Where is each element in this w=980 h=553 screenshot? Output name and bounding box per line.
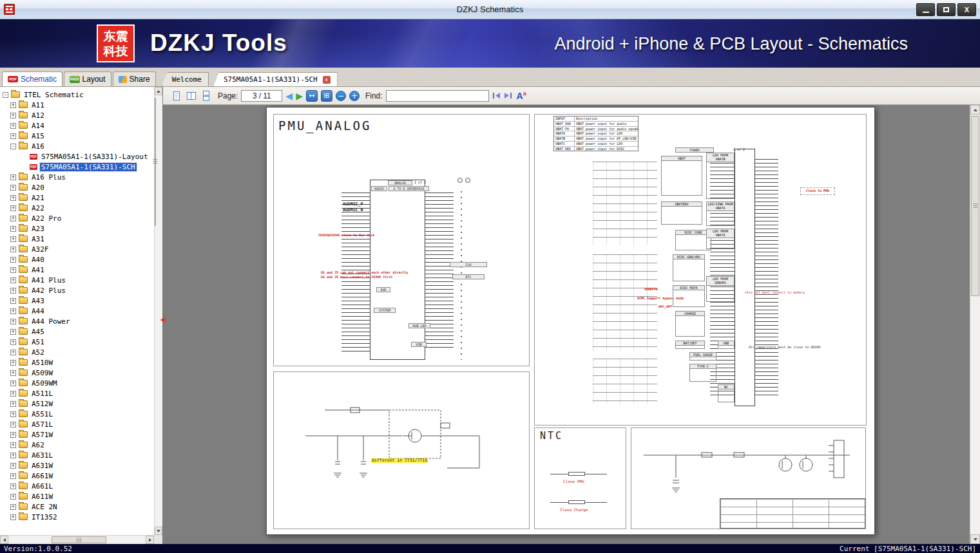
tree-expander-icon[interactable]: + [10, 277, 16, 283]
tree-expander-icon[interactable]: + [10, 370, 16, 376]
tree-item-a51[interactable]: +A51 [0, 337, 154, 347]
tree-expander-icon[interactable]: + [10, 391, 16, 397]
doc-tab-welcome[interactable]: Welcome [162, 72, 209, 86]
scroll-down-arrow[interactable] [970, 534, 980, 544]
tab-layout[interactable]: PADS Layout [64, 71, 111, 86]
tree-item-a551l[interactable]: +A551L [0, 409, 154, 419]
tree-expander-icon[interactable]: + [10, 514, 16, 520]
tree-item-itel-schematic[interactable]: - ITEL Schematic [0, 89, 154, 100]
tree-expander-icon[interactable]: + [10, 453, 16, 458]
font-size-icon[interactable]: Aa [517, 90, 526, 101]
tree-item-s75ma05a1-1-sa331-layout[interactable]: PDFS75MA05A1-1(SA331)-Layout [0, 151, 154, 162]
tree-item-a571w[interactable]: +A571W [0, 429, 154, 440]
tree-item-a511l[interactable]: +A511L [0, 388, 154, 398]
find-prev-icon[interactable] [492, 92, 501, 99]
tree-item-it1352[interactable]: +IT1352 [0, 512, 154, 522]
tree-expander-icon[interactable]: + [10, 308, 16, 314]
tree-expander-icon[interactable]: + [10, 257, 16, 263]
tree-item-ace-2n[interactable]: +ACE 2N [0, 501, 154, 512]
tree-expander-icon[interactable]: + [10, 102, 16, 108]
close-button[interactable]: X [957, 3, 976, 16]
tree-expander-icon[interactable]: + [10, 236, 16, 242]
prev-page-button[interactable]: ◀ [285, 91, 293, 101]
tree-item-a21[interactable]: +A21 [0, 192, 154, 203]
tree-item-a631w[interactable]: +A631W [0, 460, 154, 471]
tree-item-a571l[interactable]: +A571L [0, 419, 154, 429]
tab-schematic[interactable]: PDF Schematic [2, 71, 62, 86]
tree-expander-icon[interactable]: + [10, 494, 16, 500]
scroll-up-arrow[interactable] [970, 105, 980, 115]
tree-hscrollbar-thumb[interactable] [52, 536, 106, 543]
tree-scrollbar-thumb[interactable] [155, 97, 156, 226]
tree-expander-icon[interactable]: + [10, 319, 16, 324]
tree-item-a509w[interactable]: +A509W [0, 368, 154, 378]
tree-item-a52[interactable]: +A52 [0, 347, 154, 357]
scroll-up-arrow[interactable] [155, 87, 162, 95]
tree-item-a509wm[interactable]: +A509WM [0, 378, 154, 388]
tree-expander-icon[interactable]: + [10, 329, 16, 335]
zoom-out-button[interactable]: − [336, 91, 346, 101]
tree-item-s75ma05a1-1-sa331-sch[interactable]: PDFS75MA05A1-1(SA331)-SCH [0, 162, 154, 172]
tree-expander-icon[interactable]: + [10, 174, 16, 180]
maximize-button[interactable] [937, 3, 956, 16]
tree-expander-icon[interactable]: + [10, 504, 16, 510]
tree-expander-icon[interactable]: + [10, 380, 16, 386]
doc-tab-current[interactable]: S75MA05A1-1(SA331)-SCH × [213, 72, 338, 86]
tree-expander-icon[interactable]: + [10, 185, 16, 191]
find-next-icon[interactable] [504, 92, 512, 99]
tree-item-a20[interactable]: +A20 [0, 182, 154, 192]
tree-expander-icon[interactable]: + [10, 401, 16, 407]
tree-item-a40[interactable]: +A40 [0, 254, 154, 265]
tree-expander-icon[interactable]: + [10, 113, 16, 118]
tree-item-a661w[interactable]: +A661W [0, 471, 154, 481]
find-input[interactable] [386, 90, 489, 102]
tree-expander-icon[interactable]: + [10, 195, 16, 201]
tree-expander-icon[interactable]: - [3, 92, 8, 98]
tree-item-a41-plus[interactable]: +A41 Plus [0, 275, 154, 285]
tree-expander-icon[interactable]: + [10, 432, 16, 438]
tree-expander-icon[interactable]: + [10, 422, 16, 427]
tree-item-a23[interactable]: +A23 [0, 223, 154, 234]
tree-expander-icon[interactable]: + [10, 483, 16, 489]
tree-expander-icon[interactable]: + [10, 473, 16, 479]
next-page-button[interactable]: ▶ [296, 91, 303, 101]
tree-item-a44-power[interactable]: +A44 Power [0, 316, 154, 326]
tab-share[interactable]: Share [113, 71, 156, 86]
pdf-page[interactable]: PMU_ANALOGANALOG1 of 2AUDIOA TO D INTERF… [266, 107, 875, 535]
tree-item-a44[interactable]: +A44 [0, 306, 154, 316]
scroll-right-arrow[interactable] [146, 536, 154, 544]
tree-expander-icon[interactable]: + [10, 267, 16, 273]
scroll-left-arrow[interactable] [0, 536, 8, 544]
tree-item-a12[interactable]: +A12 [0, 110, 154, 120]
tree-item-a45[interactable]: +A45 [0, 326, 154, 337]
tab-close-icon[interactable]: × [323, 76, 331, 84]
page-view-single-icon[interactable] [171, 90, 182, 102]
tree-item-a32f[interactable]: +A32F [0, 244, 154, 254]
tree-item-a16[interactable]: -A16 [0, 141, 154, 151]
tree-horizontal-scrollbar[interactable] [0, 535, 154, 544]
tree-expander-icon[interactable]: + [10, 123, 16, 129]
tree-item-a62[interactable]: +A62 [0, 440, 154, 450]
tree-expander-icon[interactable]: + [10, 288, 16, 294]
tree-item-a42-plus[interactable]: +A42 Plus [0, 285, 154, 295]
tree-expander-icon[interactable]: + [10, 339, 16, 345]
tree-expander-icon[interactable]: + [10, 360, 16, 366]
tree-item-a611w[interactable]: +A611W [0, 491, 154, 501]
fit-page-icon[interactable]: ⊞ [321, 90, 332, 102]
minimize-button[interactable] [916, 3, 935, 16]
viewer-scrollbar-thumb[interactable] [971, 116, 979, 296]
tree-expander-icon[interactable]: - [10, 144, 16, 149]
tree-expander-icon[interactable]: + [10, 133, 16, 139]
page-view-facing-icon[interactable] [186, 90, 197, 102]
pdf-viewer[interactable]: PMU_ANALOGANALOG1 of 2AUDIOA TO D INTERF… [163, 105, 980, 544]
tree-item-a661l[interactable]: +A661L [0, 481, 154, 491]
tree-expander-icon[interactable]: + [10, 216, 16, 221]
splitter-collapse-arrow[interactable] [160, 317, 165, 323]
tree-item-a16-plus[interactable]: +A16 Plus [0, 172, 154, 182]
tree-expander-icon[interactable]: + [10, 205, 16, 211]
page-number-input[interactable]: 3 / 11 [241, 90, 282, 102]
viewer-vertical-scrollbar[interactable] [970, 105, 980, 544]
scroll-down-arrow[interactable] [155, 527, 162, 535]
tree-expander-icon[interactable]: + [10, 247, 16, 252]
tree-expander-icon[interactable]: + [10, 411, 16, 417]
